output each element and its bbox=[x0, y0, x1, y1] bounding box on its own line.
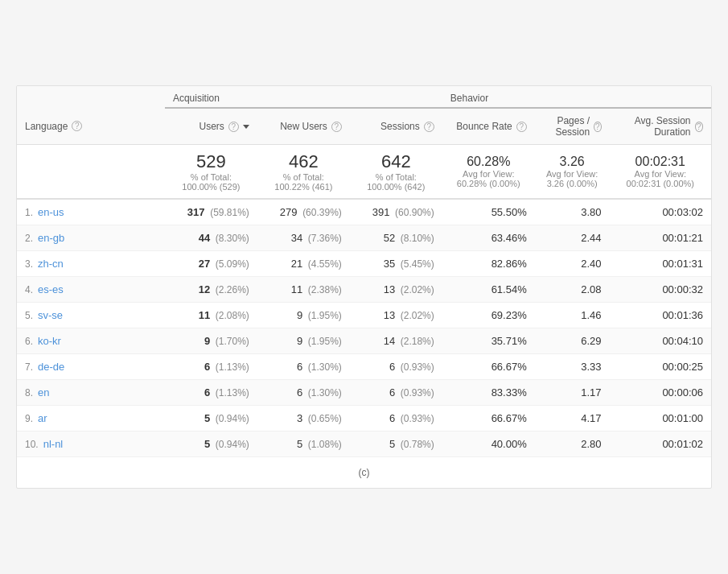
totals-new-users-cell: 462 % of Total: 100.22% (461) bbox=[257, 145, 350, 200]
lang-link[interactable]: en-gb bbox=[38, 232, 64, 244]
totals-sessions-cell: 642 % of Total: 100.00% (642) bbox=[350, 145, 442, 200]
lang-link[interactable]: es-es bbox=[38, 283, 64, 295]
table-row: 10.nl-nl5 (0.94%)5 (1.08%)5 (0.78%)40.00… bbox=[17, 432, 711, 457]
new-users-cell: 6 (1.30%) bbox=[257, 354, 350, 380]
language-group-empty bbox=[17, 86, 165, 108]
lang-link[interactable]: en bbox=[38, 386, 49, 398]
avg-cell: 00:00:06 bbox=[610, 380, 712, 406]
avg-cell: 00:01:31 bbox=[610, 251, 712, 277]
totals-users-cell: 529 % of Total: 100.00% (529) bbox=[165, 145, 257, 200]
avg-cell: 00:01:00 bbox=[610, 406, 712, 432]
table-row: 1.en-us317 (59.81%)279 (60.39%)391 (60.9… bbox=[17, 199, 711, 225]
pages-cell: 2.80 bbox=[535, 432, 610, 457]
avg-cell: 00:03:02 bbox=[610, 199, 712, 225]
lang-link[interactable]: de-de bbox=[38, 361, 64, 373]
sessions-cell: 52 (8.10%) bbox=[350, 225, 442, 251]
sessions-cell: 5 (0.78%) bbox=[350, 432, 442, 457]
lang-link[interactable]: en-us bbox=[38, 206, 64, 218]
users-cell: 5 (0.94%) bbox=[165, 406, 257, 432]
lang-link[interactable]: ko-kr bbox=[38, 335, 61, 347]
lang-cell: 2.en-gb bbox=[17, 225, 165, 251]
lang-cell: 3.zh-cn bbox=[17, 251, 165, 277]
lang-cell: 6.ko-kr bbox=[17, 328, 165, 354]
analytics-table: Acquisition Behavior Language ? Users bbox=[17, 86, 711, 488]
pages-cell: 4.17 bbox=[535, 406, 610, 432]
new-users-cell: 34 (7.36%) bbox=[257, 225, 350, 251]
lang-link[interactable]: zh-cn bbox=[38, 258, 64, 270]
sessions-help-icon[interactable]: ? bbox=[424, 122, 434, 132]
avg-cell: 00:01:02 bbox=[610, 432, 712, 457]
pages-cell: 2.08 bbox=[535, 277, 610, 303]
lang-cell: 7.de-de bbox=[17, 354, 165, 380]
table-row: 4.es-es12 (2.26%)11 (2.38%)13 (2.02%)61.… bbox=[17, 277, 711, 303]
sessions-cell: 14 (2.18%) bbox=[350, 328, 442, 354]
lang-cell: 5.sv-se bbox=[17, 303, 165, 328]
users-cell: 12 (2.26%) bbox=[165, 277, 257, 303]
pages-cell: 3.33 bbox=[535, 354, 610, 380]
totals-language-cell bbox=[17, 145, 165, 200]
pages-cell: 2.40 bbox=[535, 251, 610, 277]
table-row: 2.en-gb44 (8.30%)34 (7.36%)52 (8.10%)63.… bbox=[17, 225, 711, 251]
sessions-cell: 13 (2.02%) bbox=[350, 303, 442, 328]
sessions-cell: 35 (5.45%) bbox=[350, 251, 442, 277]
new-users-cell: 21 (4.55%) bbox=[257, 251, 350, 277]
avg-cell: 00:01:36 bbox=[610, 303, 712, 328]
bounce-cell: 82.86% bbox=[442, 251, 535, 277]
sessions-cell: 6 (0.93%) bbox=[350, 354, 442, 380]
sessions-cell: 391 (60.90%) bbox=[350, 199, 442, 225]
bounce-cell: 66.67% bbox=[442, 354, 535, 380]
users-cell: 44 (8.30%) bbox=[165, 225, 257, 251]
lang-link[interactable]: sv-se bbox=[38, 309, 63, 321]
users-cell: 11 (2.08%) bbox=[165, 303, 257, 328]
bounce-cell: 63.46% bbox=[442, 225, 535, 251]
caption-cell: (c) bbox=[17, 457, 711, 489]
new-users-cell: 3 (0.65%) bbox=[257, 406, 350, 432]
avg-cell: 00:04:10 bbox=[610, 328, 712, 354]
users-help-icon[interactable]: ? bbox=[228, 122, 239, 132]
lang-link[interactable]: ar bbox=[38, 412, 47, 424]
pages-help-icon[interactable]: ? bbox=[594, 122, 601, 132]
users-cell: 5 (0.94%) bbox=[165, 432, 257, 457]
table-row: 7.de-de6 (1.13%)6 (1.30%)6 (0.93%)66.67%… bbox=[17, 354, 711, 380]
avg-cell: 00:01:21 bbox=[610, 225, 712, 251]
col-pages-header: Pages / Session ? bbox=[535, 108, 610, 145]
pages-cell: 1.17 bbox=[535, 380, 610, 406]
totals-avg-cell: 00:02:31 Avg for View: 00:02:31 (0.00%) bbox=[610, 145, 712, 200]
col-bounce-header: Bounce Rate ? bbox=[442, 108, 535, 145]
language-help-icon[interactable]: ? bbox=[72, 121, 82, 131]
lang-link[interactable]: nl-nl bbox=[43, 438, 64, 450]
new-users-cell: 5 (1.08%) bbox=[257, 432, 350, 457]
group-header-row: Acquisition Behavior bbox=[17, 86, 711, 108]
users-cell: 9 (1.70%) bbox=[165, 328, 257, 354]
bounce-cell: 83.33% bbox=[442, 380, 535, 406]
new-users-cell: 9 (1.95%) bbox=[257, 303, 350, 328]
table-row: 3.zh-cn27 (5.09%)21 (4.55%)35 (5.45%)82.… bbox=[17, 251, 711, 277]
bounce-help-icon[interactable]: ? bbox=[516, 122, 527, 132]
bounce-cell: 35.71% bbox=[442, 328, 535, 354]
users-cell: 6 (1.13%) bbox=[165, 354, 257, 380]
new-users-cell: 11 (2.38%) bbox=[257, 277, 350, 303]
avg-cell: 00:00:32 bbox=[610, 277, 712, 303]
users-sort-icon[interactable] bbox=[243, 125, 249, 129]
new-users-cell: 9 (1.95%) bbox=[257, 328, 350, 354]
sessions-cell: 6 (0.93%) bbox=[350, 406, 442, 432]
bounce-cell: 40.00% bbox=[442, 432, 535, 457]
avg-help-icon[interactable]: ? bbox=[695, 122, 703, 132]
lang-cell: 1.en-us bbox=[17, 199, 165, 225]
users-cell: 6 (1.13%) bbox=[165, 380, 257, 406]
column-header-row: Language ? Users ? New Users ? bbox=[17, 108, 711, 145]
caption-row: (c) bbox=[17, 457, 711, 489]
col-users-header: Users ? bbox=[165, 108, 257, 145]
new-users-help-icon[interactable]: ? bbox=[331, 122, 342, 132]
table-row: 9.ar5 (0.94%)3 (0.65%)6 (0.93%)66.67%4.1… bbox=[17, 406, 711, 432]
col-sessions-header: Sessions ? bbox=[350, 108, 442, 145]
analytics-table-container: Acquisition Behavior Language ? Users bbox=[16, 85, 712, 489]
col-avg-header: Avg. Session Duration ? bbox=[610, 108, 712, 145]
lang-cell: 10.nl-nl bbox=[17, 432, 165, 457]
table-row: 8.en6 (1.13%)6 (1.30%)6 (0.93%)83.33%1.1… bbox=[17, 380, 711, 406]
bounce-cell: 69.23% bbox=[442, 303, 535, 328]
lang-cell: 9.ar bbox=[17, 406, 165, 432]
lang-cell: 8.en bbox=[17, 380, 165, 406]
totals-pages-cell: 3.26 Avg for View: 3.26 (0.00%) bbox=[535, 145, 610, 200]
totals-row: 529 % of Total: 100.00% (529) 462 % of T… bbox=[17, 145, 711, 200]
